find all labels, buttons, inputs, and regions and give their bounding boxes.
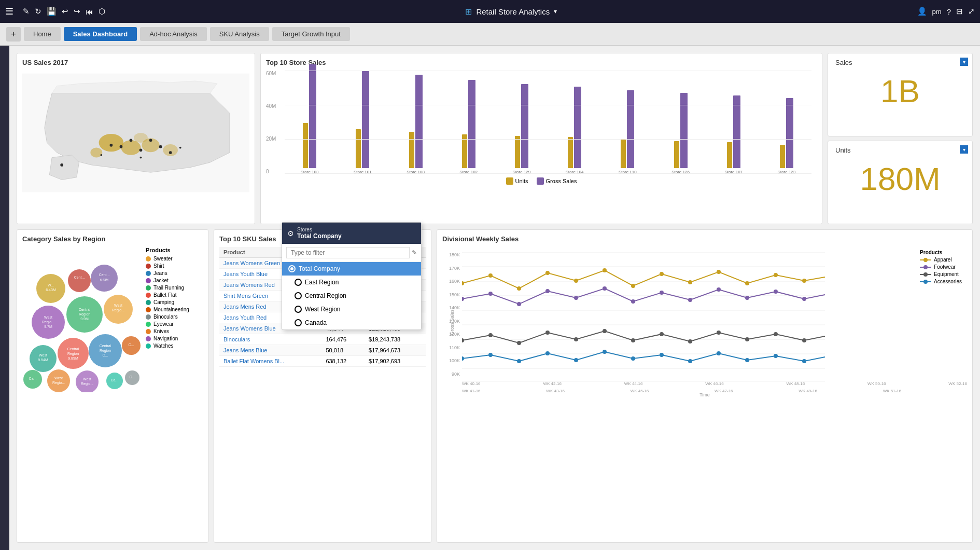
sku-product-link[interactable]: Ballet Flat Womens Bl... [223, 358, 284, 364]
sales-bar [733, 95, 740, 168]
app-chevron-icon[interactable]: ▾ [554, 8, 557, 15]
bar-group: Store 110 [603, 90, 652, 174]
bar-label: Store 126 [671, 170, 690, 174]
legend-line [920, 267, 931, 268]
settings-icon[interactable]: ⊟ [956, 7, 963, 16]
map-title: US Sales 2017 [22, 59, 249, 66]
sku-product-link[interactable]: Shirt Mens Green [223, 293, 268, 299]
dropdown-item[interactable]: Canada [282, 316, 421, 329]
undo-icon[interactable]: ↩ [62, 7, 68, 16]
svg-text:West: West [54, 376, 63, 380]
radio-icon [295, 292, 302, 299]
svg-point-112 [488, 353, 493, 357]
svg-point-5 [90, 148, 102, 158]
expand-icon[interactable]: ⤢ [968, 7, 975, 16]
category-legend-item: Binoculars [146, 314, 203, 320]
svg-point-109 [774, 332, 778, 336]
svg-text:Regio...: Regio... [52, 381, 65, 385]
sku-product-link[interactable]: Binoculars [223, 336, 250, 342]
dropdown-search-input[interactable] [286, 247, 410, 258]
search-edit-icon[interactable]: ✎ [412, 249, 417, 256]
sku-sales-cell: $17,964,673 [365, 345, 426, 356]
kpi-units-value: 180M [835, 156, 965, 202]
tab-sku[interactable]: SKU Analysis [210, 27, 269, 41]
tab-sales-dashboard[interactable]: Sales Dashboard [64, 27, 137, 41]
dropdown-item[interactable]: Central Region [282, 289, 421, 302]
svg-point-94 [717, 287, 721, 292]
weekly-legend-label: Accessories [934, 279, 962, 284]
user-icon[interactable]: 👤 [917, 7, 927, 16]
hamburger-icon[interactable]: ☰ [5, 6, 13, 17]
category-label: Shirt [153, 263, 164, 269]
weekly-legend-item: Equipment [920, 271, 962, 277]
svg-point-83 [774, 273, 778, 277]
legend-dot [923, 265, 928, 269]
kpi-sales-box: Sales ▾ 1B [828, 53, 973, 136]
svg-point-120 [717, 351, 721, 355]
help-icon[interactable]: ? [947, 7, 951, 16]
app-title: Retail Store Analytics [476, 7, 550, 16]
legend-line [920, 281, 931, 282]
category-color-dot [146, 293, 151, 298]
user-label: pm [932, 8, 942, 16]
category-color-dot [146, 256, 151, 262]
category-label: Mountaineering [153, 307, 189, 312]
sku-product-link[interactable]: Jeans Youth Red [223, 314, 267, 321]
dropdown-item[interactable]: Total Company [282, 262, 421, 276]
svg-point-113 [517, 359, 521, 363]
save-icon[interactable]: 💾 [47, 7, 57, 16]
unit-bar [568, 137, 573, 168]
category-color-dot [146, 278, 151, 283]
category-label: Eyewear [153, 321, 174, 327]
sku-product-link[interactable]: Jeans Womens Red [223, 282, 275, 288]
dropdown-item[interactable]: East Region [282, 276, 421, 289]
svg-point-86 [488, 292, 493, 296]
svg-point-119 [688, 359, 692, 363]
svg-text:Central: Central [67, 347, 79, 351]
svg-point-85 [462, 297, 464, 301]
sales-bar [415, 75, 423, 168]
sku-product-link[interactable]: Jeans Womens Blue [223, 325, 276, 332]
kpi-units-dropdown[interactable]: ▾ [960, 145, 968, 154]
sku-sales-cell: $17,902,693 [365, 356, 426, 367]
category-legend-item: Jacket [146, 278, 203, 283]
share-icon[interactable]: ⬡ [99, 7, 105, 16]
category-color-dot [146, 300, 151, 305]
add-tab-button[interactable]: + [6, 27, 21, 42]
svg-point-2 [121, 140, 141, 155]
category-color-dot [146, 314, 151, 320]
sku-product-link[interactable]: Jeans Mens Red [223, 304, 267, 310]
refresh-icon[interactable]: ↻ [35, 7, 41, 16]
sidebar [0, 46, 9, 550]
sku-product-link[interactable]: Jeans Youth Blue [223, 271, 268, 277]
svg-text:9.89M: 9.89M [68, 356, 78, 360]
svg-point-81 [717, 270, 721, 274]
svg-point-90 [603, 286, 607, 291]
dropdown-item-label: East Region [305, 279, 339, 286]
pencil-icon[interactable]: ✎ [23, 7, 30, 16]
back-icon[interactable]: ⏮ [86, 7, 93, 16]
svg-point-74 [517, 286, 521, 291]
legend-dot [923, 272, 928, 277]
svg-point-111 [462, 356, 464, 361]
tab-adhoc[interactable]: Ad-hoc Analysis [140, 27, 207, 41]
svg-text:C...: C... [103, 353, 108, 357]
kpi-units-label: Units [835, 146, 965, 154]
svg-point-96 [774, 290, 778, 294]
sku-product-link[interactable]: Jeans Mens Blue [223, 347, 267, 353]
dropdown-item[interactable]: West Region [282, 302, 421, 316]
dropdown-item-label: Total Company [299, 265, 340, 272]
sku-units-cell: 164,476 [321, 334, 365, 345]
weekly-chart-area: 180K170K160K150K140K130K120K110K100K90K [442, 247, 967, 397]
main-area: US Sales 2017 [0, 46, 980, 550]
svg-point-11 [130, 139, 133, 142]
sku-product-link[interactable]: Jeans Womens Green [223, 260, 280, 266]
redo-icon[interactable]: ↪ [74, 7, 80, 16]
tab-home[interactable]: Home [24, 27, 61, 41]
bubble-chart: W... 6.43M Cent... Cent... 6.43M West Re… [22, 247, 142, 392]
legend-units: Units [515, 178, 528, 184]
us-map-panel: US Sales 2017 [17, 53, 255, 224]
tab-target[interactable]: Target Growth Input [272, 27, 350, 41]
kpi-sales-dropdown[interactable]: ▾ [960, 58, 968, 66]
dropdown-item-label: Central Region [305, 292, 346, 299]
